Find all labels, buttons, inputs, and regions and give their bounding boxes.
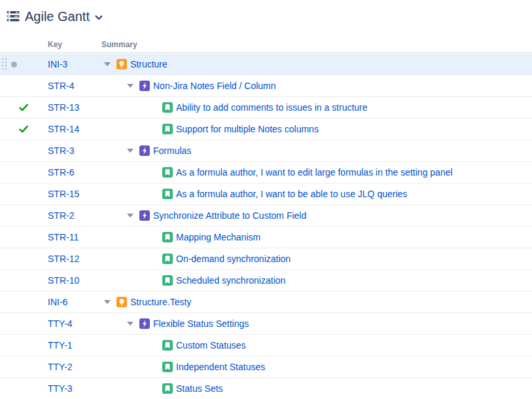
issue-summary-link[interactable]: Ability to add comments to issues in a s… xyxy=(176,102,368,113)
issue-row[interactable]: INI-6 Structure.Testy xyxy=(0,292,532,313)
issue-summary-link[interactable]: Scheduled synchronization xyxy=(176,275,285,286)
summary-cell: Support for multiple Notes columns xyxy=(147,119,319,140)
issue-summary-link[interactable]: Status Sets xyxy=(176,383,223,394)
expand-collapse-arrow-icon[interactable] xyxy=(147,189,159,199)
expand-collapse-arrow-icon[interactable] xyxy=(147,254,159,264)
issue-row[interactable]: STR-15 As a formula author, I want to be… xyxy=(0,183,532,205)
issue-key-link[interactable]: TTY-3 xyxy=(48,383,73,394)
issue-summary-link[interactable]: Mapping Mechanism xyxy=(176,232,260,242)
check-icon xyxy=(18,102,29,113)
issue-summary-link[interactable]: Custom Statuses xyxy=(176,340,246,351)
issue-key-link[interactable]: INI-3 xyxy=(48,59,67,69)
table-header: Key Summary xyxy=(0,37,532,53)
issue-summary-link[interactable]: As a formula author, I want to be able t… xyxy=(176,189,407,199)
issue-key-link[interactable]: STR-15 xyxy=(48,189,79,199)
expand-collapse-arrow-icon[interactable] xyxy=(147,167,159,178)
issue-summary-link[interactable]: Structure xyxy=(130,59,168,69)
issue-key-link[interactable]: TTY-2 xyxy=(48,362,73,372)
bookmark-icon xyxy=(162,340,173,351)
issue-row[interactable]: TTY-1 Custom Statuses xyxy=(0,335,532,356)
summary-cell: Ability to add comments to issues in a s… xyxy=(147,97,368,118)
chevron-down-icon xyxy=(95,15,103,20)
issue-summary-link[interactable]: Non-Jira Notes Field / Column xyxy=(153,81,276,91)
issue-key-link[interactable]: STR-12 xyxy=(48,254,79,264)
expand-collapse-arrow-icon[interactable] xyxy=(147,275,159,286)
expand-collapse-arrow-icon[interactable] xyxy=(124,145,136,156)
bookmark-icon xyxy=(162,362,173,372)
issue-summary-link[interactable]: As a formula author, I want to edit larg… xyxy=(176,167,453,178)
expand-collapse-arrow-icon[interactable] xyxy=(147,362,159,372)
expand-collapse-arrow-icon[interactable] xyxy=(101,297,113,307)
issue-row[interactable]: TTY-2 Independent Statuses xyxy=(0,356,532,378)
bookmark-icon xyxy=(162,275,173,286)
issue-row[interactable]: STR-4 Non-Jira Notes Field / Column xyxy=(0,75,532,97)
summary-cell: Flexible Status Settings xyxy=(124,313,249,334)
issue-key-link[interactable]: STR-11 xyxy=(48,232,79,242)
bookmark-icon xyxy=(162,102,173,113)
issue-key-link[interactable]: STR-2 xyxy=(48,210,74,221)
summary-cell: Structure xyxy=(101,54,168,75)
lightning-bolt-icon xyxy=(139,145,150,156)
issue-summary-link[interactable]: Formulas xyxy=(153,145,191,156)
column-header-key: Key xyxy=(48,40,62,49)
expand-collapse-arrow-icon[interactable] xyxy=(101,59,113,69)
issue-key-link[interactable]: STR-13 xyxy=(48,102,79,113)
issue-key-link[interactable]: STR-14 xyxy=(48,124,79,134)
expand-collapse-arrow-icon[interactable] xyxy=(124,210,136,221)
expand-collapse-arrow-icon[interactable] xyxy=(147,124,159,134)
issue-table: INI-3 Structure STR-4 Non-Jira Notes Fie… xyxy=(0,54,532,399)
summary-cell: Custom Statuses xyxy=(147,335,246,356)
expand-collapse-arrow-icon[interactable] xyxy=(147,232,159,242)
issue-key-link[interactable]: INI-6 xyxy=(48,297,67,307)
issue-row[interactable]: STR-2 Synchronize Attribute to Custom Fi… xyxy=(0,205,532,227)
issue-summary-link[interactable]: Structure.Testy xyxy=(130,297,191,307)
column-header-summary: Summary xyxy=(101,40,137,49)
summary-cell: Formulas xyxy=(124,140,191,161)
summary-cell: Mapping Mechanism xyxy=(147,227,260,248)
summary-cell: Scheduled synchronization xyxy=(147,270,285,291)
issue-row[interactable]: STR-3 Formulas xyxy=(0,140,532,162)
structure-switcher-button[interactable]: Agile Gantt xyxy=(7,9,103,24)
expand-collapse-arrow-icon[interactable] xyxy=(147,383,159,394)
summary-cell: Status Sets xyxy=(147,378,223,399)
summary-cell: Synchronize Attribute to Custom Field xyxy=(124,205,306,226)
issue-row[interactable]: STR-14 Support for multiple Notes column… xyxy=(0,119,532,140)
expand-collapse-arrow-icon[interactable] xyxy=(147,102,159,113)
lightning-bolt-icon xyxy=(139,81,150,91)
expand-collapse-arrow-icon[interactable] xyxy=(124,318,136,329)
issue-key-link[interactable]: STR-6 xyxy=(48,167,74,178)
issue-row[interactable]: STR-13 Ability to add comments to issues… xyxy=(0,97,532,119)
issue-key-link[interactable]: TTY-4 xyxy=(48,318,73,329)
issue-row[interactable]: INI-3 Structure xyxy=(0,54,532,75)
issue-row[interactable]: STR-10 Scheduled synchronization xyxy=(0,270,532,292)
lightning-bolt-icon xyxy=(139,210,150,221)
lightning-bolt-icon xyxy=(139,318,150,329)
issue-summary-link[interactable]: Synchronize Attribute to Custom Field xyxy=(153,210,306,221)
summary-cell: As a formula author, I want to edit larg… xyxy=(147,162,453,183)
row-bullet-icon xyxy=(11,62,17,67)
summary-cell: Structure.Testy xyxy=(101,292,191,313)
issue-key-link[interactable]: STR-4 xyxy=(48,81,74,91)
expand-collapse-arrow-icon[interactable] xyxy=(124,81,136,91)
structure-logo-icon xyxy=(7,10,20,22)
issue-summary-link[interactable]: Support for multiple Notes columns xyxy=(176,124,319,134)
drag-handle-icon[interactable] xyxy=(2,58,7,70)
issue-row[interactable]: TTY-4 Flexible Status Settings xyxy=(0,313,532,335)
bookmark-icon xyxy=(162,254,173,264)
issue-row[interactable]: TTY-3 Status Sets xyxy=(0,378,532,399)
issue-key-link[interactable]: TTY-1 xyxy=(48,340,73,351)
lightbulb-icon xyxy=(116,297,127,307)
bookmark-icon xyxy=(162,124,173,134)
issue-summary-link[interactable]: Flexible Status Settings xyxy=(153,318,249,329)
issue-summary-link[interactable]: On-demand synchronization xyxy=(176,254,291,264)
summary-cell: Independent Statuses xyxy=(147,356,265,377)
issue-row[interactable]: STR-6 As a formula author, I want to edi… xyxy=(0,162,532,183)
issue-row[interactable]: STR-12 On-demand synchronization xyxy=(0,248,532,270)
expand-collapse-arrow-icon[interactable] xyxy=(147,340,159,351)
issue-key-link[interactable]: STR-10 xyxy=(48,275,79,286)
issue-row[interactable]: STR-11 Mapping Mechanism xyxy=(0,227,532,248)
summary-cell: As a formula author, I want to be able t… xyxy=(147,183,407,204)
bookmark-icon xyxy=(162,167,173,178)
issue-summary-link[interactable]: Independent Statuses xyxy=(176,362,265,372)
issue-key-link[interactable]: STR-3 xyxy=(48,145,74,156)
